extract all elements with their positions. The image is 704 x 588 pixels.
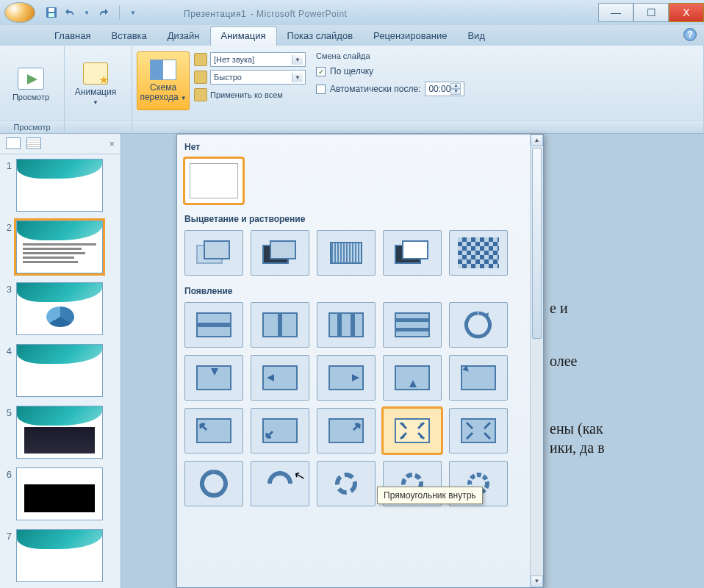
animation-button[interactable]: Анимация▼ (69, 55, 122, 114)
gallery-section-fade: Выцветание и растворение (183, 209, 540, 227)
scroll-down-icon[interactable]: ▼ (531, 576, 543, 587)
transition-wheel-2[interactable] (251, 461, 309, 506)
chevron-down-icon: ▼ (93, 99, 98, 106)
speed-icon[interactable] (194, 71, 207, 84)
undo-dropdown-icon[interactable]: ▼ (84, 10, 90, 16)
slide-thumb-4[interactable]: 4 (3, 344, 118, 397)
scrollbar-thumb[interactable] (532, 148, 542, 339)
transition-push-down[interactable] (184, 355, 243, 401)
window-title: Презентация1 - Microsoft PowerPoint (184, 5, 347, 21)
save-icon[interactable] (46, 7, 57, 18)
tab-design[interactable]: Дизайн (157, 27, 210, 46)
group-label-preview: Просмотр (0, 121, 64, 133)
maximize-button[interactable]: ☐ (633, 3, 669, 22)
thumbnail-list[interactable]: 1 2 3 4 5 6 7 (0, 154, 121, 588)
slide-body-text: олее (550, 353, 577, 370)
transition-box-out[interactable] (449, 408, 508, 453)
slide-thumbnails-panel: × 1 2 3 4 5 6 7 (0, 134, 121, 588)
slide-thumb-5[interactable]: 5 (3, 406, 118, 459)
group-transition: Схема перехода ▼ [Нет звука] Быстро Прим… (132, 46, 704, 133)
app-name: Microsoft PowerPoint (256, 9, 347, 19)
transition-box-in[interactable] (383, 408, 442, 453)
help-icon[interactable]: ? (683, 28, 697, 41)
panel-tabs: × (0, 134, 121, 154)
transition-fade-5[interactable] (449, 230, 508, 276)
transition-push-left[interactable] (251, 355, 309, 401)
tab-slideshow[interactable]: Показ слайдов (277, 27, 364, 46)
transition-box-rightdown[interactable] (317, 408, 376, 453)
slide-body-text: ики, да в (550, 440, 605, 456)
outline-tab-icon[interactable] (26, 137, 41, 149)
advance-slide-options: Смена слайда ✓ По щелчку Автоматически п… (310, 51, 464, 97)
close-button[interactable]: X (669, 3, 704, 22)
auto-after-time-input[interactable]: 00:00 ▲▼ (425, 82, 464, 96)
tab-view[interactable]: Вид (457, 27, 495, 46)
slide-thumb-2[interactable]: 2 (3, 220, 118, 273)
transition-box-leftup[interactable] (251, 408, 309, 453)
titlebar: ▼ ▼ Презентация1 - Microsoft PowerPoint … (0, 0, 704, 25)
preview-button[interactable]: Просмотр (4, 55, 57, 114)
transition-circle[interactable] (449, 302, 508, 348)
transition-split-v-out[interactable] (383, 302, 442, 348)
workspace: × 1 2 3 4 5 6 7 е и олее ены (как ики, д… (0, 134, 704, 588)
transition-split-h-out[interactable] (317, 302, 376, 348)
on-click-checkbox[interactable]: ✓ (316, 67, 326, 76)
transition-sound-dropdown[interactable]: [Нет звука] (210, 52, 306, 67)
slide-thumb-3[interactable]: 3 (3, 282, 118, 335)
slide-body-text: ены (как (550, 420, 603, 437)
transition-fade-1[interactable] (184, 230, 243, 276)
redo-icon[interactable] (97, 7, 109, 18)
auto-after-checkbox[interactable] (316, 85, 326, 94)
tab-review[interactable]: Рецензирование (363, 27, 457, 46)
transition-wheel-3[interactable] (317, 461, 376, 506)
apply-all-icon[interactable] (194, 88, 207, 101)
window-controls: — ☐ X (598, 3, 704, 22)
time-spinner[interactable]: ▲▼ (450, 83, 461, 95)
gallery-section-none: Нет (183, 137, 540, 155)
transition-scheme-icon (150, 60, 176, 80)
panel-close-icon[interactable]: × (109, 138, 115, 149)
transition-speed-dropdown[interactable]: Быстро (210, 70, 306, 85)
slides-tab-icon[interactable] (6, 137, 21, 149)
group-preview: Просмотр Просмотр (0, 46, 65, 133)
quick-access-toolbar: ▼ ▼ (46, 5, 136, 20)
transition-wheel-1[interactable] (184, 461, 243, 506)
slide-thumb-1[interactable]: 1 (3, 159, 118, 212)
transition-push-right[interactable] (317, 355, 376, 401)
tab-animation[interactable]: Анимация (210, 26, 277, 46)
tab-insert[interactable]: Вставка (101, 27, 157, 46)
animation-star-icon (83, 62, 108, 85)
sound-icon[interactable] (194, 53, 207, 66)
svg-point-3 (337, 475, 355, 492)
transition-push-up[interactable] (383, 355, 442, 401)
undo-icon[interactable] (65, 7, 76, 18)
transition-scheme-button[interactable]: Схема перехода ▼ (137, 51, 190, 110)
advance-header: Смена слайда (316, 51, 464, 60)
gallery-section-appear: Появление (183, 282, 540, 299)
transition-blinds-h[interactable] (184, 302, 243, 348)
chevron-down-icon: ▼ (181, 95, 187, 101)
transition-none[interactable] (184, 158, 243, 204)
slide-thumb-6[interactable]: 6 (3, 467, 118, 520)
svg-rect-1 (49, 8, 54, 12)
scroll-up-icon[interactable]: ▲ (531, 135, 543, 146)
transition-fade-3[interactable] (317, 230, 376, 276)
minimize-button[interactable]: — (598, 3, 633, 22)
slide-thumb-7[interactable]: 7 (3, 529, 118, 582)
tab-home[interactable]: Главная (44, 27, 101, 46)
office-button[interactable] (4, 2, 35, 23)
qat-customize-icon[interactable]: ▼ (130, 10, 136, 16)
transition-blinds-v[interactable] (251, 302, 309, 348)
transition-gallery-dropdown: Нет Выцветание и растворение Появление (176, 134, 544, 588)
qat-separator (119, 5, 120, 20)
gallery-scrollbar[interactable]: ▲ ▼ (530, 135, 543, 587)
apply-all-button[interactable]: Применить ко всем (210, 90, 283, 99)
auto-after-label: Автоматически после: (330, 84, 420, 94)
svg-rect-2 (49, 13, 54, 17)
preview-play-icon (18, 68, 44, 90)
transition-cover-down[interactable] (449, 355, 508, 401)
transition-box-leftdown[interactable] (184, 408, 243, 453)
group-animation: Анимация▼ (65, 46, 132, 133)
transition-fade-4[interactable] (383, 230, 442, 276)
transition-fade-2[interactable] (251, 230, 309, 276)
